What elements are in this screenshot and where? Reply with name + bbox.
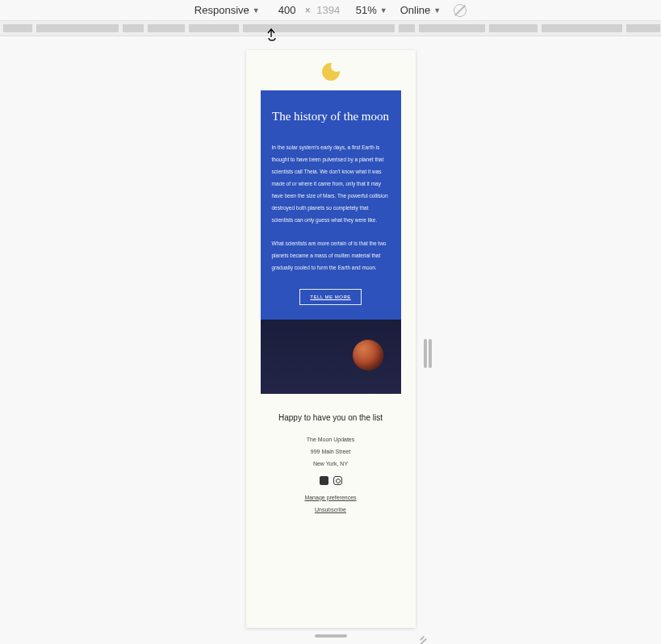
chevron-down-icon: ▼ (380, 6, 387, 15)
rotate-icon[interactable] (454, 4, 466, 17)
hero-paragraph-1: In the solar system's early days, a firs… (272, 142, 390, 227)
height-input[interactable] (314, 4, 343, 16)
width-input[interactable] (273, 4, 302, 16)
hero-card: The history of the moon In the solar sys… (261, 90, 401, 320)
dimension-separator: × (305, 5, 311, 16)
moon-photo (261, 320, 401, 394)
throttle-select[interactable]: Online ▼ (400, 4, 441, 16)
facebook-icon[interactable] (320, 476, 328, 485)
chevron-down-icon: ▼ (433, 6, 441, 15)
email-preview-frame: The history of the moon In the solar sys… (246, 50, 416, 628)
footer-heading: Happy to have you on the list (261, 413, 401, 422)
dimensions: × (273, 4, 343, 16)
manage-preferences-link[interactable]: Manage preferences (261, 495, 401, 500)
tell-me-more-button[interactable]: TELL ME MORE (299, 289, 361, 305)
device-select-label: Responsive (195, 4, 249, 16)
width-ruler[interactable] (0, 21, 661, 36)
hero-paragraph-2: What scientists are more certain of is t… (272, 238, 390, 274)
zoom-label: 51% (356, 4, 377, 16)
footer-address: 999 Main Street (261, 449, 401, 454)
devtools-device-toolbar: Responsive ▼ × 51% ▼ Online ▼ (0, 0, 661, 21)
resize-handle-right[interactable] (424, 339, 427, 368)
zoom-select[interactable]: 51% ▼ (356, 4, 387, 16)
resize-handle-corner[interactable] (417, 629, 427, 639)
chevron-down-icon: ▼ (253, 6, 260, 15)
unsubscribe-link[interactable]: Unsubscribe (261, 507, 401, 512)
instagram-icon[interactable] (333, 476, 342, 485)
footer-city: New York, NY (261, 461, 401, 466)
device-select[interactable]: Responsive ▼ (195, 4, 260, 16)
device-viewport: The history of the moon In the solar sys… (0, 36, 661, 644)
red-moon-graphic (353, 340, 383, 370)
moon-logo-icon (322, 63, 340, 81)
resize-handle-bottom[interactable] (315, 634, 347, 638)
throttle-label: Online (400, 4, 431, 16)
email-footer: Happy to have you on the list The Moon U… (261, 394, 401, 519)
social-icons (261, 476, 401, 485)
footer-org: The Moon Updates (261, 437, 401, 442)
hero-title: The history of the moon (272, 108, 390, 124)
